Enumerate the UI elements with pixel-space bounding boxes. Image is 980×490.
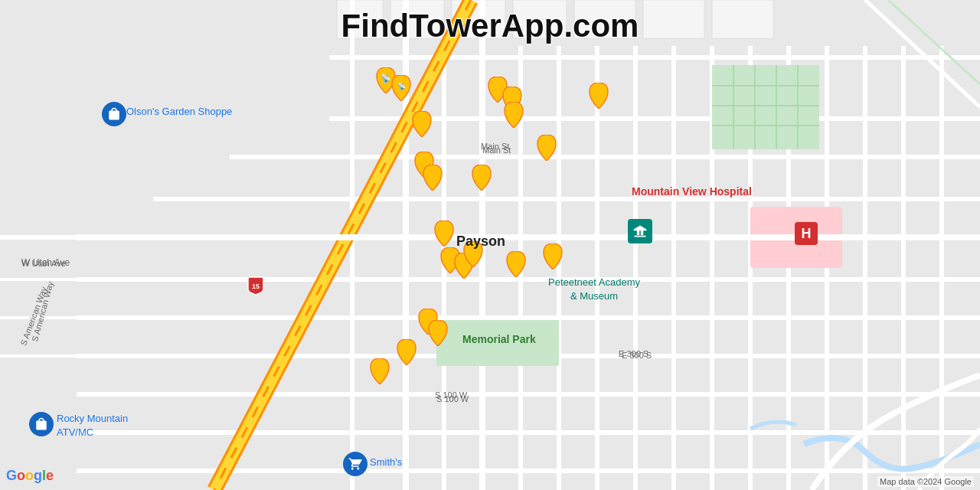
svg-text:📡: 📡 [397,82,407,91]
map-attribution: Map data ©2024 Google [877,476,974,487]
tower-pin[interactable] [422,165,443,191]
olsons-icon[interactable] [102,102,126,126]
site-title: FindTowerApp.com [341,8,639,44]
tower-pin[interactable] [471,165,492,191]
tower-pin[interactable] [503,102,524,128]
hospital-icon: H [795,222,818,245]
tower-pin[interactable] [536,135,557,161]
tower-pin[interactable]: 📡 [390,75,412,101]
google-logo: Google [6,468,54,484]
tower-pin[interactable] [369,358,390,384]
tower-pin[interactable] [427,320,449,346]
map-container: FindTowerApp.com 15 📡 📡 [0,0,980,490]
highway-shield: 15 [247,276,265,296]
svg-text:📡: 📡 [381,73,391,83]
tower-pin[interactable] [396,339,417,365]
svg-rect-41 [712,65,819,149]
tower-pin[interactable] [462,241,484,267]
svg-rect-7 [712,0,773,38]
map-background [0,0,980,490]
tower-pin[interactable] [542,243,564,270]
rocky-mountain-icon[interactable] [29,412,54,436]
svg-text:15: 15 [252,283,260,290]
museum-icon [628,219,652,243]
svg-rect-49 [436,320,559,366]
smiths-icon[interactable] [343,452,368,476]
tower-pin[interactable] [505,251,527,277]
tower-pin[interactable] [433,220,455,247]
tower-pin[interactable] [411,111,433,137]
svg-rect-6 [643,0,704,38]
tower-pin[interactable] [588,83,609,109]
